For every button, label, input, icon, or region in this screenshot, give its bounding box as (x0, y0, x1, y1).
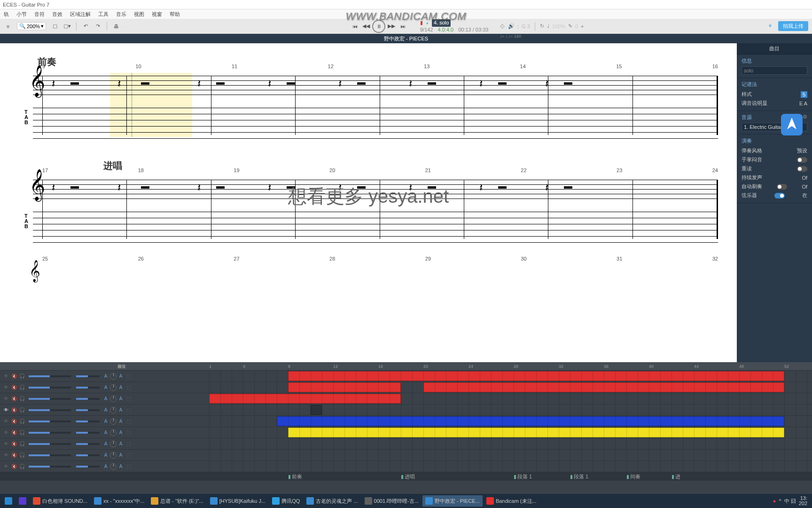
volume-slider-2[interactable] (76, 443, 100, 445)
volume-slider[interactable] (29, 421, 71, 422)
track-name-field[interactable]: solo (742, 66, 807, 75)
automation-icon[interactable]: A (118, 464, 124, 469)
mute-icon[interactable]: 🔇 (11, 396, 17, 402)
taskbar-item[interactable]: 古老的灵魂之声 ... (304, 495, 360, 507)
automation-icon[interactable]: A (103, 373, 109, 379)
volume-slider[interactable] (29, 466, 71, 468)
volume-slider[interactable] (29, 432, 71, 434)
volume-slider-2[interactable] (76, 421, 100, 422)
menu-icon[interactable]: ≡ (3, 21, 13, 32)
volume-slider-2[interactable] (76, 454, 100, 456)
taskbar-item[interactable]: xx - "xxxxxxx"中... (91, 495, 147, 507)
eye-icon[interactable]: 👁 (3, 463, 9, 470)
solo-icon[interactable]: 🎧 (19, 418, 25, 425)
volume-slider-2[interactable] (76, 466, 100, 468)
mute-icon[interactable]: 🔇 (11, 373, 17, 380)
pan-knob[interactable] (110, 418, 117, 425)
mute-icon[interactable]: 🔇 (11, 384, 17, 391)
solo-icon[interactable]: 🎧 (19, 384, 25, 391)
automation-icon[interactable]: A (103, 452, 109, 458)
volume-slider-2[interactable] (76, 398, 100, 400)
panel-tab[interactable]: 曲目 (737, 43, 812, 55)
taskbar-item[interactable]: Bandicam (未注... (484, 495, 539, 507)
track-row[interactable]: 👁 🔇 🎧 A A ⬚ (0, 438, 812, 450)
pan-knob[interactable] (110, 384, 117, 391)
pan-knob[interactable] (110, 429, 117, 436)
track-row[interactable]: 👁 🔇 🎧 A A ⬚ (0, 382, 812, 393)
mute-icon[interactable]: 🔇 (11, 407, 17, 413)
taskbar-item[interactable]: [HYSUB]Kaifuku J... (207, 495, 268, 507)
volume-slider-2[interactable] (76, 432, 100, 434)
autobrush-toggle[interactable] (777, 184, 787, 190)
section-marker[interactable]: ▮前奏 (288, 473, 302, 480)
menu-view[interactable]: 视图 (130, 11, 148, 18)
share-icon[interactable]: ⚘ (765, 21, 775, 32)
page-btn[interactable]: ▢▾ (62, 21, 72, 32)
taskbar-item[interactable]: 腾讯QQ (269, 495, 303, 507)
style-value[interactable]: 5 (801, 91, 807, 98)
eye-icon[interactable]: 👁 (3, 407, 9, 413)
volume-slider-2[interactable] (76, 409, 100, 411)
eye-icon[interactable]: 👁 (3, 384, 9, 391)
score-area[interactable]: 前奏 𝄞 910111213141516 𝄽 𝄽 𝄽 𝄽 𝄽 𝄽 𝄽 𝄽 (0, 43, 737, 362)
automation-icon[interactable]: A (103, 419, 109, 424)
pan-knob[interactable] (110, 407, 117, 413)
eq-icon[interactable]: ⬚ (125, 418, 132, 425)
taskbar-item[interactable] (16, 495, 29, 507)
eye-icon[interactable]: 👁 (3, 452, 9, 459)
eq-icon[interactable]: ⬚ (125, 373, 132, 380)
automation-icon[interactable]: A (103, 396, 109, 402)
menu-track[interactable]: 轨 (0, 11, 13, 18)
pan-knob[interactable] (110, 463, 117, 470)
undo-button[interactable]: ↶ (80, 21, 91, 32)
track-row[interactable]: 👁 🔇 🎧 A A ⬚ (0, 371, 812, 382)
taskbar-item[interactable]: 0001.哔哩哔哩-古... (362, 495, 422, 507)
mute-icon[interactable]: 🔇 (11, 418, 17, 425)
volume-slider-2[interactable] (76, 387, 100, 389)
mute-icon[interactable]: 🔇 (11, 429, 17, 436)
timeline-ruler[interactable]: 音量 相位 滴 1481216202428323640444852 (0, 362, 812, 371)
menu-note[interactable]: 音符 (31, 11, 48, 18)
next-button[interactable]: ▶▶ (386, 21, 397, 32)
section-marker[interactable]: ▮段落 1 (570, 473, 588, 480)
zoom-combo[interactable]: 🔍 200% ▾ (17, 22, 46, 30)
eq-icon[interactable]: ⬚ (125, 441, 132, 447)
solo-icon[interactable]: 🎧 (19, 463, 25, 470)
solo-icon[interactable]: 🎧 (19, 429, 25, 436)
automation-icon[interactable]: A (103, 441, 109, 447)
play-pause-button[interactable]: ⏸ (372, 20, 385, 33)
capo-icon[interactable]: : (517, 24, 519, 29)
volume-slider[interactable] (29, 375, 71, 377)
solo-icon[interactable]: 🎧 (19, 396, 25, 402)
pan-knob[interactable] (110, 441, 117, 447)
eq-icon[interactable]: ⬚ (125, 384, 132, 391)
section-marker[interactable]: ▮间奏 (626, 473, 640, 480)
eq-icon[interactable]: ⬚ (125, 407, 132, 413)
eq-icon[interactable]: ⬚ (125, 396, 132, 402)
eye-icon[interactable]: 👁 (3, 441, 9, 447)
menu-region[interactable]: 区域注解 (66, 11, 94, 18)
prev-button[interactable]: ◀◀ (361, 21, 371, 32)
mute-icon[interactable]: 🔇 (11, 463, 17, 470)
volume-slider[interactable] (29, 398, 71, 400)
solo-icon[interactable]: 🎧 (19, 407, 25, 413)
taskbar-item[interactable]: 白色相簿 SOUND... (30, 495, 90, 507)
volume-slider[interactable] (29, 387, 71, 389)
volume-slider[interactable] (29, 454, 71, 456)
eye-icon[interactable]: 👁 (3, 429, 9, 436)
automation-icon[interactable]: A (103, 430, 109, 436)
menu-help[interactable]: 帮助 (166, 11, 184, 18)
solo-icon[interactable]: 🎧 (19, 441, 25, 447)
add-icon[interactable]: + (581, 24, 584, 29)
strings-toggle[interactable] (774, 193, 785, 198)
solo-icon[interactable]: 🎧 (19, 452, 25, 459)
automation-icon[interactable]: A (118, 452, 124, 458)
menu-tools[interactable]: 工具 (94, 11, 112, 18)
solo-icon[interactable]: 🎧 (19, 373, 25, 380)
print-button[interactable]: 🖶 (111, 21, 121, 32)
metronome-icon[interactable]: ⏲ (500, 24, 505, 29)
eye-icon[interactable]: 👁 (3, 396, 9, 402)
clip[interactable] (277, 416, 784, 426)
taskbar-item[interactable]: 野中政宏 - PIECE... (422, 495, 483, 507)
pan-knob[interactable] (110, 452, 117, 459)
